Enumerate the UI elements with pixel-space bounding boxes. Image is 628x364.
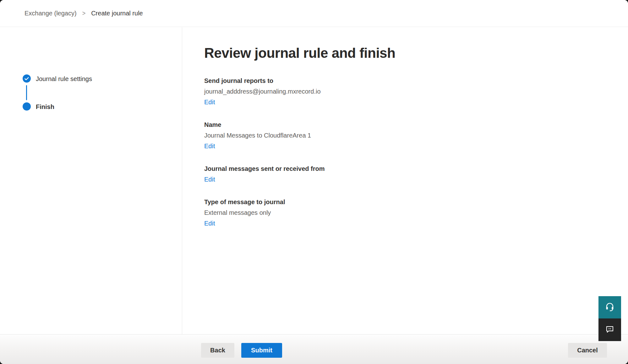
wizard-steps-panel: Journal rule settings Finish xyxy=(0,27,182,334)
headset-icon xyxy=(605,302,615,313)
edit-scope-link[interactable]: Edit xyxy=(204,175,215,183)
chat-icon xyxy=(605,324,614,335)
step-completed-check-icon xyxy=(23,74,31,83)
step-current-dot-icon xyxy=(23,102,31,111)
submit-button[interactable]: Submit xyxy=(241,343,282,358)
message-type-value: External messages only xyxy=(204,209,628,217)
page-title: Review journal rule and finish xyxy=(204,44,628,62)
section-type-of-message: Type of message to journal External mess… xyxy=(204,198,628,227)
cancel-button[interactable]: Cancel xyxy=(568,343,607,358)
section-journal-messages-scope: Journal messages sent or received from E… xyxy=(204,165,628,183)
wizard-step-journal-rule-settings[interactable]: Journal rule settings xyxy=(36,75,92,83)
edit-name-link[interactable]: Edit xyxy=(204,142,215,150)
breadcrumb: Exchange (legacy) > Create journal rule xyxy=(0,0,628,27)
feedback-button[interactable] xyxy=(598,318,621,341)
section-label: Name xyxy=(204,121,628,129)
rule-name-value: Journal Messages to CloudflareArea 1 xyxy=(204,131,628,139)
back-button[interactable]: Back xyxy=(201,343,234,358)
breadcrumb-current-page: Create journal rule xyxy=(91,10,143,17)
breadcrumb-chevron-icon: > xyxy=(82,9,86,17)
step-connector-line xyxy=(26,85,27,100)
app-window: Exchange (legacy) > Create journal rule … xyxy=(0,0,628,364)
section-label: Journal messages sent or received from xyxy=(204,165,628,173)
section-name: Name Journal Messages to CloudflareArea … xyxy=(204,121,628,150)
help-button[interactable] xyxy=(598,296,621,318)
breadcrumb-link-exchange-legacy[interactable]: Exchange (legacy) xyxy=(25,10,77,17)
review-content: Review journal rule and finish Send jour… xyxy=(183,27,628,334)
action-bar: Back Submit Cancel xyxy=(0,334,628,364)
section-label: Send journal reports to xyxy=(204,77,628,85)
wizard-step-finish[interactable]: Finish xyxy=(36,103,54,111)
edit-message-type-link[interactable]: Edit xyxy=(204,219,215,227)
edit-send-journal-reports-link[interactable]: Edit xyxy=(204,98,215,106)
section-label: Type of message to journal xyxy=(204,198,628,206)
journal-report-address-value: journal_adddress@journaling.mxrecord.io xyxy=(204,87,628,95)
section-send-journal-reports-to: Send journal reports to journal_adddress… xyxy=(204,77,628,106)
